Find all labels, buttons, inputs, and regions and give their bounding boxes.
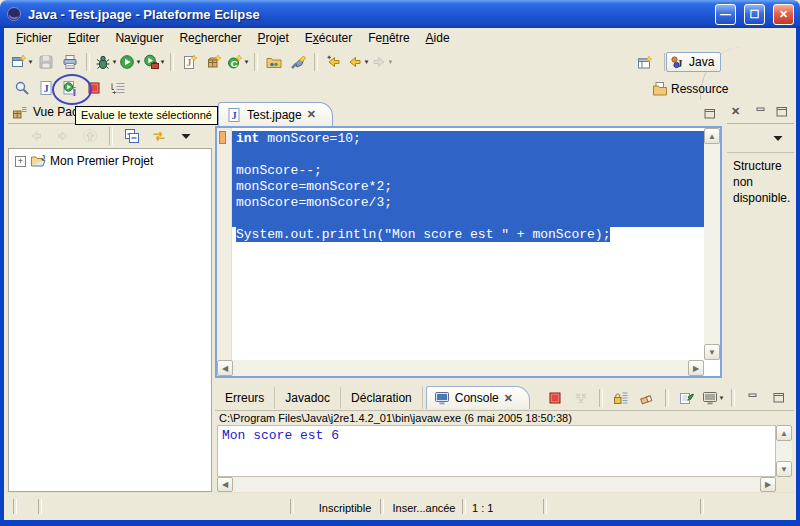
menu-aide[interactable]: Aide (418, 29, 458, 47)
collapse-all-button[interactable] (120, 125, 144, 147)
console-scroll-up-button[interactable]: ▲ (776, 425, 792, 441)
terminate-button[interactable] (543, 387, 567, 409)
status-divider (380, 499, 384, 514)
scroll-down-button[interactable]: ▼ (704, 344, 720, 360)
menu-rechercher[interactable]: Rechercher (171, 29, 249, 47)
dropdown-arrow-icon[interactable]: ▼ (388, 59, 394, 65)
back-button (24, 125, 48, 147)
perspective-resource-button[interactable]: Ressource (648, 79, 735, 99)
debug-icon (95, 54, 111, 70)
pin-console-button[interactable] (675, 387, 699, 409)
dropdown-arrow-icon[interactable]: ▼ (364, 59, 370, 65)
menu-fichier[interactable]: Fichier (8, 29, 60, 47)
code-editor[interactable]: int monScore=10;monScore--;monScore=monS… (215, 126, 722, 378)
code-line-2 (232, 147, 704, 163)
annotation-ellipse (52, 74, 92, 105)
tree-expand-icon[interactable]: + (15, 156, 26, 167)
tree-item-mon-premier-projet[interactable]: +JMon Premier Projet (11, 153, 209, 169)
view-menu-button[interactable] (174, 125, 198, 147)
menu-editer[interactable]: Editer (60, 29, 107, 47)
console-output-area[interactable]: Mon score est 6 (217, 425, 776, 477)
maximize-outline-button[interactable] (774, 104, 790, 120)
editor-vscrollbar[interactable]: ▲ ▼ (704, 128, 720, 360)
eclipse-logo-icon (6, 6, 22, 22)
new-class-button[interactable]: C▼ (226, 51, 250, 73)
minimize-view-button[interactable] (741, 387, 765, 409)
open-perspective-icon (637, 55, 653, 71)
console-scroll-down-button[interactable]: ▼ (776, 461, 792, 477)
last-edit-icon (326, 54, 342, 70)
window-border-right (796, 28, 800, 526)
print-button[interactable] (58, 51, 82, 73)
close-console-tab-icon[interactable]: ✕ (504, 392, 513, 405)
search-icon (290, 54, 306, 70)
menu-bar: FichierEditerNaviguerRechercherProjetExé… (4, 28, 796, 47)
link-editor-icon (151, 128, 167, 144)
svg-text:J: J (187, 57, 192, 68)
back-button[interactable]: ▼ (346, 51, 370, 73)
clear-console-button[interactable] (635, 387, 659, 409)
display-selected-console-button[interactable]: ▼ (701, 387, 725, 409)
dropdown-arrow-icon[interactable]: ▼ (136, 59, 142, 65)
dropdown-arrow-icon[interactable]: ▼ (244, 59, 250, 65)
console-scroll-right-button[interactable]: ▶ (760, 477, 776, 492)
back-icon (347, 54, 363, 70)
new-wizard-button[interactable]: ▼ (10, 51, 34, 73)
run-button[interactable]: ▼ (118, 51, 142, 73)
minimize-button[interactable]: — (715, 4, 736, 25)
scroll-lock-button[interactable] (609, 387, 633, 409)
console-select-icon (702, 390, 718, 406)
perspective-java-button[interactable]: J Java (666, 52, 721, 72)
run-external-tools-button[interactable]: ▼ (142, 51, 166, 73)
minimize-outline-button[interactable] (753, 104, 769, 120)
maximize-button[interactable]: ☐ (744, 4, 765, 25)
outline-menu-button[interactable] (770, 130, 786, 146)
clear-console-icon (639, 390, 655, 406)
maximize-view-button[interactable] (767, 387, 791, 409)
new-package-button[interactable] (202, 51, 226, 73)
dropdown-arrow-icon[interactable]: ▼ (160, 59, 166, 65)
last-edit-location-button[interactable] (322, 51, 346, 73)
close-button[interactable]: ✕ (773, 4, 794, 25)
tab-console[interactable]: Console✕ (426, 386, 530, 409)
show-hierarchy-button[interactable] (106, 77, 130, 99)
code-text[interactable]: int monScore=10;monScore--;monScore=monS… (232, 128, 704, 360)
editor-tab-test-jpage[interactable]: J Test.jpage ✕ (218, 102, 333, 126)
scroll-right-button[interactable]: ▶ (688, 360, 704, 376)
title-bar[interactable]: Java - Test.jpage - Plateforme Eclipse —… (0, 0, 800, 28)
tab-erreurs[interactable]: Erreurs (215, 387, 275, 409)
scroll-up-button[interactable]: ▲ (704, 128, 720, 144)
new-java-project-button[interactable]: J (178, 51, 202, 73)
editor-hscrollbar[interactable]: ◀ ▶ (217, 360, 704, 376)
dropdown-arrow-icon[interactable]: ▼ (28, 59, 34, 65)
menu-excuter[interactable]: Exécuter (297, 29, 360, 47)
console-vscrollbar[interactable]: ▲ ▼ (776, 425, 792, 477)
toolbar-separator (86, 53, 90, 71)
open-perspective-button[interactable] (633, 52, 657, 74)
evaluation-range-marker (219, 131, 226, 144)
close-editor-tab-icon[interactable]: ✕ (307, 108, 316, 121)
status-divider (38, 499, 42, 514)
inspect-button[interactable] (10, 77, 34, 99)
debug-button[interactable]: ▼ (94, 51, 118, 73)
tab-javadoc[interactable]: Javadoc (275, 387, 341, 409)
scroll-left-button[interactable]: ◀ (217, 360, 233, 376)
new-class-icon: C (227, 54, 243, 70)
dropdown-arrow-icon[interactable]: ▼ (112, 59, 118, 65)
console-scroll-left-button[interactable]: ◀ (217, 477, 233, 492)
perspective-java-label: Java (689, 55, 714, 69)
maximize-editor-button[interactable] (702, 106, 718, 122)
close-outline-tab-icon[interactable]: ✕ (731, 105, 740, 118)
tab-dclaration[interactable]: Déclaration (341, 387, 423, 409)
menu-naviguer[interactable]: Naviguer (107, 29, 171, 47)
link-with-editor-button[interactable] (147, 125, 171, 147)
nav-forward-icon (55, 128, 71, 144)
search-button[interactable] (286, 51, 310, 73)
editor-area: J Test.jpage ✕ int monScore=10;monScore-… (215, 100, 722, 378)
toolbar-separator (599, 389, 603, 407)
dropdown-arrow-icon[interactable]: ▼ (719, 395, 725, 401)
menu-fentre[interactable]: Fenêtre (360, 29, 417, 47)
console-hscrollbar[interactable]: ◀ ▶ (217, 477, 776, 492)
menu-projet[interactable]: Projet (249, 29, 296, 47)
open-type-button[interactable] (262, 51, 286, 73)
